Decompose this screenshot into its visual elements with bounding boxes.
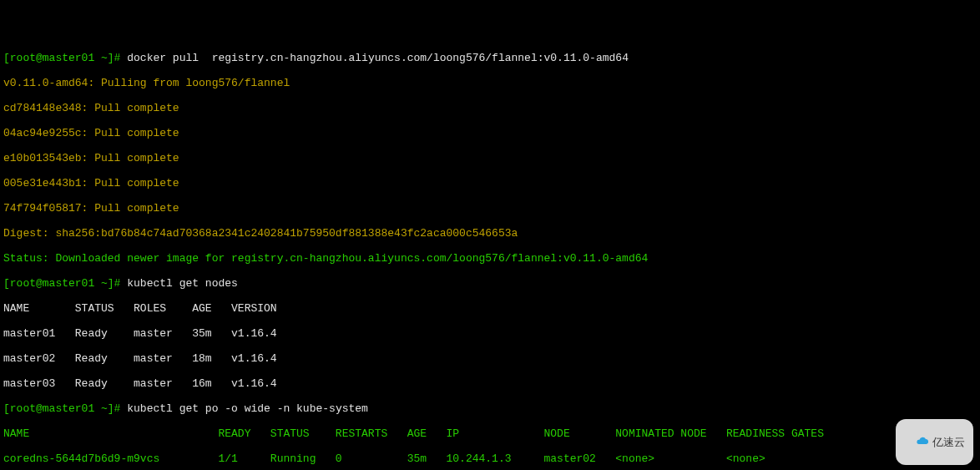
- command-kubectl-get-po: kubectl get po -o wide -n kube-system: [127, 402, 368, 415]
- pods-header: NAME READY STATUS RESTARTS AGE IP NODE N…: [3, 427, 977, 440]
- pull-line-1: cd784148e348: Pull complete: [3, 102, 977, 114]
- cloud-icon: [904, 422, 929, 462]
- digest-line: Digest: sha256:bd76b84c74ad70368a2341c24…: [3, 227, 977, 240]
- prompt-line-1: [root@master01 ~]# docker pull registry.…: [3, 52, 977, 64]
- prompt-line-2: [root@master01 ~]# kubectl get nodes: [3, 277, 977, 290]
- watermark-badge: 亿速云: [896, 419, 973, 465]
- prompt-line-3: [root@master01 ~]# kubectl get po -o wid…: [3, 402, 977, 415]
- command-kubectl-get-nodes: kubectl get nodes: [127, 277, 238, 290]
- pull-line-4: 005e31e443b1: Pull complete: [3, 177, 977, 190]
- pull-line-0: v0.11.0-amd64: Pulling from loong576/fla…: [3, 77, 977, 89]
- pod-row: coredns-5644d7b6d9-m9vcs 1/1 Running 0 3…: [3, 452, 977, 465]
- node-row: master03 Ready master 16m v1.16.4: [3, 377, 977, 390]
- watermark-text: 亿速云: [932, 436, 965, 448]
- status-line: Status: Downloaded newer image for regis…: [3, 252, 977, 265]
- node-row: master01 Ready master 35m v1.16.4: [3, 327, 977, 340]
- pull-line-5: 74f794f05817: Pull complete: [3, 202, 977, 215]
- command-docker-pull: docker pull registry.cn-hangzhou.aliyunc…: [127, 52, 629, 64]
- pull-line-2: 04ac94e9255c: Pull complete: [3, 127, 977, 139]
- node-row: master02 Ready master 18m v1.16.4: [3, 352, 977, 365]
- pull-line-3: e10b013543eb: Pull complete: [3, 152, 977, 164]
- nodes-header: NAME STATUS ROLES AGE VERSION: [3, 302, 977, 315]
